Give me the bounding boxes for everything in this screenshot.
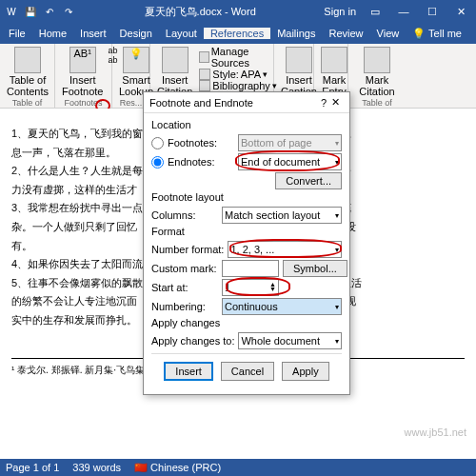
tab-file[interactable]: File [2, 28, 32, 39]
undo-icon[interactable]: ↶ [42, 4, 57, 19]
footnotes-pos-select: Bottom of page▾ [238, 134, 342, 151]
apply-to-select[interactable]: Whole document▾ [238, 332, 342, 349]
minimize-icon[interactable]: ― [392, 6, 415, 18]
doc-title: 夏天的飞鸟.docx - Word [76, 5, 324, 19]
bibliography-button[interactable]: Bibliography ▾ [197, 80, 279, 91]
style-dropdown[interactable]: Style: APA ▾ [197, 69, 279, 80]
ribbon-opts-icon[interactable]: ▭ [364, 6, 387, 18]
watermark: www.jb51.net [405, 426, 466, 438]
numbering-select[interactable]: Continuous▾ [222, 298, 342, 315]
manage-sources-button[interactable]: Manage Sources [197, 46, 279, 69]
insert-button[interactable]: Insert [164, 362, 213, 381]
section-location: Location [151, 119, 342, 130]
endnotes-pos-select[interactable]: End of document▾ [238, 153, 342, 170]
group-research: Res... [117, 98, 145, 108]
tab-insert[interactable]: Insert [73, 28, 113, 39]
group-footnotes: Footnotes [60, 98, 107, 108]
cancel-button[interactable]: Cancel [221, 362, 274, 381]
insert-citation-button[interactable]: Insert Citation [155, 46, 194, 98]
start-at-input[interactable]: 1▲▼ [222, 279, 279, 296]
tab-design[interactable]: Design [113, 28, 159, 39]
insert-caption-button[interactable]: Insert Caption [279, 46, 319, 98]
number-format-select[interactable]: 1, 2, 3, ...▾ [228, 241, 342, 258]
convert-button[interactable]: Convert... [275, 172, 342, 189]
section-apply: Apply changes [151, 317, 342, 328]
tab-view[interactable]: View [370, 28, 407, 39]
tab-review[interactable]: Review [323, 28, 370, 39]
tab-tellme[interactable]: 💡 Tell me [406, 28, 468, 40]
status-lang[interactable]: 🇨🇳 Chinese (PRC) [134, 462, 221, 474]
dialog-title: Footnote and Endnote [149, 97, 321, 109]
word-icon: W [4, 4, 19, 19]
toc-button[interactable]: Table of Contents [5, 46, 50, 98]
signin-link[interactable]: Sign in [324, 6, 356, 17]
close-icon[interactable]: ✕ [449, 6, 472, 18]
columns-select[interactable]: Match section layout▾ [222, 207, 342, 224]
tab-layout[interactable]: Layout [159, 28, 204, 39]
tab-home[interactable]: Home [32, 28, 73, 39]
section-format: Format [151, 226, 342, 237]
radio-endnotes[interactable] [151, 156, 164, 169]
status-words[interactable]: 339 words [72, 462, 121, 473]
tab-references[interactable]: References [204, 28, 270, 39]
dialog-close-icon[interactable]: ✕ [327, 96, 344, 109]
mark-entry-button[interactable]: Mark Entry [319, 46, 349, 98]
maximize-icon[interactable]: ☐ [421, 6, 444, 18]
custom-mark-input[interactable] [222, 260, 279, 277]
apply-button[interactable]: Apply [282, 362, 329, 381]
radio-footnotes[interactable] [151, 137, 164, 149]
save-icon[interactable]: 💾 [23, 4, 38, 19]
section-fnlayout: Footnote layout [151, 191, 342, 203]
insert-footnote-button[interactable]: AB¹Insert Footnote [60, 46, 105, 98]
status-page[interactable]: Page 1 of 1 [6, 462, 59, 473]
footnote-endnote-dialog: Footnote and Endnote ? ✕ Location Footno… [143, 91, 350, 395]
mark-citation-button[interactable]: Mark Citation [353, 46, 401, 98]
tab-mailings[interactable]: Mailings [270, 28, 322, 39]
symbol-button[interactable]: Symbol... [283, 260, 347, 277]
redo-icon[interactable]: ↷ [61, 4, 76, 19]
